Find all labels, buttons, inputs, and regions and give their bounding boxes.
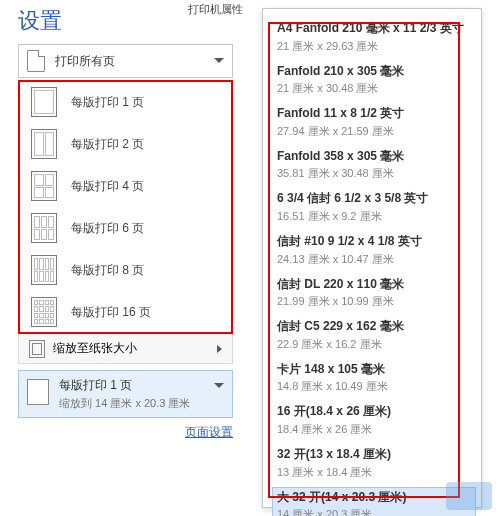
paper-size-title: 卡片 148 x 105 毫米	[277, 362, 471, 378]
pages-per-sheet-label: 每版打印 16 页	[71, 304, 151, 321]
paper-size-dimensions: 16.51 厘米 x 9.2 厘米	[277, 209, 471, 224]
pages-per-sheet-label: 每版打印 1 页	[71, 94, 144, 111]
page-grid-icon	[31, 171, 57, 201]
pages-per-sheet-option[interactable]: 每版打印 4 页	[19, 165, 232, 207]
paper-size-option[interactable]: 6 3/4 信封 6 1/2 x 3 5/8 英寸16.51 厘米 x 9.2 …	[277, 191, 471, 224]
paper-size-option[interactable]: 信封 DL 220 x 110 毫米21.99 厘米 x 10.99 厘米	[277, 277, 471, 310]
paper-size-dimensions: 21.99 厘米 x 10.99 厘米	[277, 294, 471, 309]
paper-size-dimensions: 21 厘米 x 29.63 厘米	[277, 39, 471, 54]
paper-size-option[interactable]: Fanfold 11 x 8 1/2 英寸27.94 厘米 x 21.59 厘米	[277, 106, 471, 139]
pages-per-sheet-label: 每版打印 8 页	[71, 262, 144, 279]
document-icon	[27, 50, 45, 72]
paper-size-flyout: A4 Fanfold 210 毫米 x 11 2/3 英寸21 厘米 x 29.…	[262, 8, 482, 508]
scale-to-paper-size-item[interactable]: 缩放至纸张大小	[19, 333, 232, 363]
pages-per-sheet-label: 每版打印 6 页	[71, 220, 144, 237]
paper-size-option[interactable]: 16 开(18.4 x 26 厘米)18.4 厘米 x 26 厘米	[277, 404, 471, 437]
paper-size-title: 信封 C5 229 x 162 毫米	[277, 319, 471, 335]
paper-size-dimensions: 13 厘米 x 18.4 厘米	[277, 465, 471, 480]
paper-size-option[interactable]: 大 32 开(14 x 20.3 厘米)14 厘米 x 20.3 厘米	[272, 487, 476, 516]
chevron-right-icon	[217, 345, 222, 353]
paper-size-option[interactable]: A4 Fanfold 210 毫米 x 11 2/3 英寸21 厘米 x 29.…	[277, 21, 471, 54]
paper-size-dimensions: 14.8 厘米 x 10.49 厘米	[277, 379, 471, 394]
paper-size-option[interactable]: 32 开(13 x 18.4 厘米)13 厘米 x 18.4 厘米	[277, 447, 471, 480]
current-selection-title: 每版打印 1 页	[59, 377, 190, 394]
pages-per-sheet-option[interactable]: 每版打印 16 页	[19, 291, 232, 333]
chevron-down-icon	[214, 58, 224, 64]
paper-size-title: 6 3/4 信封 6 1/2 x 3 5/8 英寸	[277, 191, 471, 207]
paper-size-title: Fanfold 358 x 305 毫米	[277, 149, 471, 165]
pages-per-sheet-label: 每版打印 2 页	[71, 136, 144, 153]
paper-size-option[interactable]: 信封 C5 229 x 162 毫米22.9 厘米 x 16.2 厘米	[277, 319, 471, 352]
paper-size-title: Fanfold 210 x 305 毫米	[277, 64, 471, 80]
paper-size-option[interactable]: Fanfold 358 x 305 毫米35.81 厘米 x 30.48 厘米	[277, 149, 471, 182]
pages-per-sheet-option[interactable]: 每版打印 8 页	[19, 249, 232, 291]
print-all-label: 打印所有页	[55, 53, 204, 70]
page-grid-icon	[31, 255, 57, 285]
paper-size-dimensions: 18.4 厘米 x 26 厘米	[277, 422, 471, 437]
chevron-down-icon	[214, 383, 224, 389]
paper-size-dimensions: 22.9 厘米 x 16.2 厘米	[277, 337, 471, 352]
paper-size-title: 32 开(13 x 18.4 厘米)	[277, 447, 471, 463]
page-grid-icon	[31, 129, 57, 159]
paper-size-option[interactable]: Fanfold 210 x 305 毫米21 厘米 x 30.48 厘米	[277, 64, 471, 97]
scale-label: 缩放至纸张大小	[53, 340, 137, 357]
paper-size-title: 信封 #10 9 1/2 x 4 1/8 英寸	[277, 234, 471, 250]
pages-per-sheet-option[interactable]: 每版打印 2 页	[19, 123, 232, 165]
page-grid-icon	[31, 297, 57, 327]
page-grid-icon	[31, 213, 57, 243]
pages-per-sheet-menu: 每版打印 1 页每版打印 2 页每版打印 4 页每版打印 6 页每版打印 8 页…	[18, 80, 233, 364]
current-selection-dropdown[interactable]: 每版打印 1 页 缩放到 14 厘米 x 20.3 厘米	[18, 370, 233, 418]
left-panel: 设置 打印所有页 每版打印 1 页每版打印 2 页每版打印 4 页每版打印 6 …	[18, 0, 233, 441]
paper-size-title: 大 32 开(14 x 20.3 厘米)	[277, 490, 471, 506]
paper-size-title: 信封 DL 220 x 110 毫米	[277, 277, 471, 293]
paper-size-title: A4 Fanfold 210 毫米 x 11 2/3 英寸	[277, 21, 471, 37]
paper-size-dimensions: 14 厘米 x 20.3 厘米	[277, 507, 471, 516]
page-setup-link[interactable]: 页面设置	[18, 424, 233, 441]
print-all-pages-dropdown[interactable]: 打印所有页	[18, 44, 233, 78]
paper-size-dimensions: 24.13 厘米 x 10.47 厘米	[277, 252, 471, 267]
current-selection-sub: 缩放到 14 厘米 x 20.3 厘米	[59, 396, 190, 411]
annotation-red-box-left: 每版打印 1 页每版打印 2 页每版打印 4 页每版打印 6 页每版打印 8 页…	[19, 81, 232, 333]
paper-size-option[interactable]: 卡片 148 x 105 毫米14.8 厘米 x 10.49 厘米	[277, 362, 471, 395]
paper-size-option[interactable]: 信封 #10 9 1/2 x 4 1/8 英寸24.13 厘米 x 10.47 …	[277, 234, 471, 267]
paper-size-dimensions: 35.81 厘米 x 30.48 厘米	[277, 166, 471, 181]
paper-size-title: Fanfold 11 x 8 1/2 英寸	[277, 106, 471, 122]
settings-heading: 设置	[18, 0, 233, 44]
pages-per-sheet-option[interactable]: 每版打印 6 页	[19, 207, 232, 249]
pages-per-sheet-option[interactable]: 每版打印 1 页	[19, 81, 232, 123]
paper-size-dimensions: 21 厘米 x 30.48 厘米	[277, 81, 471, 96]
page-thumb-icon	[27, 379, 49, 405]
pages-per-sheet-label: 每版打印 4 页	[71, 178, 144, 195]
paper-size-title: 16 开(18.4 x 26 厘米)	[277, 404, 471, 420]
page-grid-icon	[31, 87, 57, 117]
paper-size-dimensions: 27.94 厘米 x 21.59 厘米	[277, 124, 471, 139]
scale-icon	[29, 340, 45, 358]
